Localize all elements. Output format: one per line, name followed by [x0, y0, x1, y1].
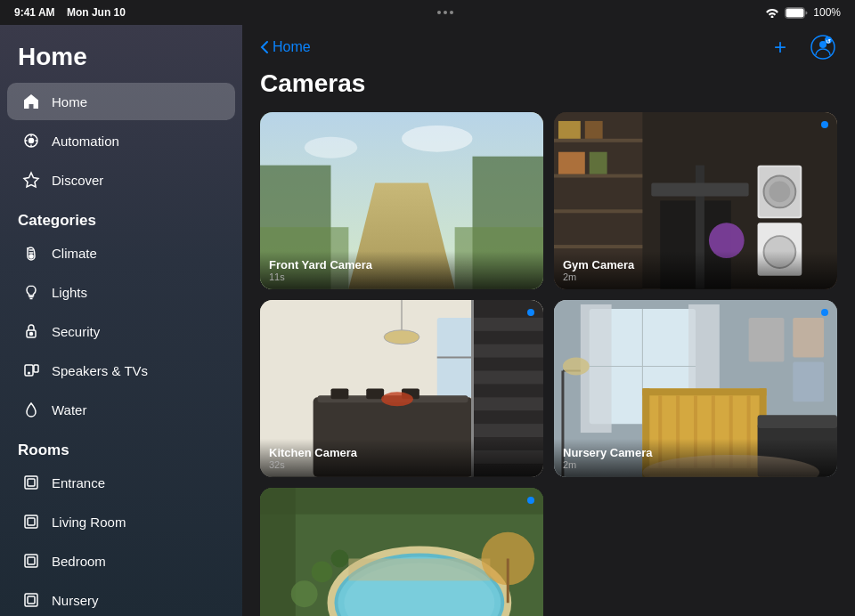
svg-rect-99 — [758, 415, 837, 428]
discover-icon — [21, 170, 41, 190]
profile-button[interactable]: ↺ — [809, 33, 837, 61]
svg-rect-115 — [348, 558, 490, 580]
status-right: 100% — [765, 6, 841, 19]
sidebar-item-label-security: Security — [52, 324, 100, 339]
sidebar: Home Home — [0, 25, 242, 616]
svg-rect-110 — [260, 488, 543, 515]
sidebar-item-label-nursery: Nursery — [52, 593, 99, 608]
svg-rect-105 — [793, 318, 824, 358]
svg-point-39 — [402, 126, 473, 152]
sidebar-item-discover[interactable]: Discover — [7, 161, 235, 199]
status-time: 9:41 AM Mon Jun 10 — [14, 6, 126, 19]
camera-overlay-kitchen: Kitchen Camera 32s — [260, 439, 543, 477]
sidebar-item-automation[interactable]: Automation — [7, 122, 235, 159]
page-title: Cameras — [260, 69, 837, 98]
speakers-icon — [21, 361, 41, 380]
time-display: 9:41 AM — [14, 6, 55, 19]
svg-rect-44 — [554, 174, 642, 178]
sidebar-item-home[interactable]: Home — [7, 83, 235, 120]
svg-rect-22 — [28, 518, 35, 525]
live-dot-gym — [821, 121, 828, 128]
svg-rect-25 — [25, 594, 37, 606]
content-scroll[interactable]: Cameras — [242, 69, 855, 616]
camera-overlay-nursery: Nursery Camera 2m — [554, 439, 837, 477]
svg-rect-17 — [34, 365, 38, 372]
svg-point-57 — [769, 182, 790, 203]
sidebar-item-living-room[interactable]: Living Room — [7, 503, 235, 540]
svg-marker-8 — [24, 173, 38, 187]
home-icon — [21, 92, 41, 111]
sidebar-item-label-discover: Discover — [52, 173, 103, 188]
main-layout: Home Home — [0, 25, 855, 616]
svg-rect-19 — [25, 476, 37, 489]
svg-rect-104 — [749, 318, 785, 362]
camera-time-kitchen: 32s — [269, 459, 534, 470]
top-nav-actions: + ↺ — [766, 33, 837, 61]
svg-rect-88 — [642, 388, 766, 395]
svg-rect-106 — [793, 361, 824, 401]
camera-card-pool[interactable]: Pool Camera — [260, 488, 543, 617]
svg-point-120 — [291, 580, 318, 607]
sidebar-item-label-home: Home — [52, 94, 87, 109]
camera-time-front-yard: 11s — [269, 272, 534, 282]
add-button[interactable]: + — [766, 33, 794, 61]
svg-rect-76 — [473, 397, 544, 410]
room-bedroom-icon — [21, 551, 41, 571]
camera-card-kitchen[interactable]: Kitchen Camera 32s — [260, 300, 543, 477]
camera-bg-pool — [260, 488, 543, 617]
sidebar-item-water[interactable]: Water — [7, 391, 235, 428]
sidebar-item-speakers[interactable]: Speakers & TVs — [7, 352, 235, 389]
automation-icon — [21, 131, 41, 150]
camera-overlay-front-yard: Front Yard Camera 11s — [260, 251, 543, 289]
rooms-label: Rooms — [0, 429, 242, 463]
svg-point-118 — [312, 561, 333, 582]
categories-label: Categories — [0, 199, 242, 233]
sidebar-item-bedroom[interactable]: Bedroom — [7, 542, 235, 580]
sidebar-item-entrance[interactable]: Entrance — [7, 464, 235, 501]
svg-point-66 — [384, 330, 419, 344]
live-dot-pool — [527, 497, 534, 504]
camera-card-gym[interactable]: Gym Camera 2m — [554, 112, 837, 289]
live-dot-kitchen — [527, 309, 534, 316]
sidebar-item-label-bedroom: Bedroom — [52, 554, 106, 569]
svg-rect-43 — [554, 139, 642, 142]
svg-point-15 — [30, 333, 33, 336]
svg-rect-75 — [473, 370, 544, 384]
sidebar-item-lights[interactable]: Lights — [7, 273, 235, 311]
battery-icon — [785, 7, 808, 19]
sidebar-item-climate[interactable]: Climate — [7, 234, 235, 272]
camera-name-kitchen: Kitchen Camera — [269, 446, 534, 459]
sidebar-item-security[interactable]: Security — [7, 312, 235, 350]
wifi-icon — [765, 7, 779, 18]
svg-rect-47 — [558, 121, 581, 139]
svg-point-18 — [28, 372, 30, 375]
svg-rect-45 — [554, 209, 642, 213]
security-icon — [21, 321, 41, 341]
svg-rect-20 — [28, 479, 35, 486]
svg-rect-49 — [558, 152, 585, 174]
battery-percent: 100% — [813, 6, 841, 19]
room-living-icon — [21, 512, 41, 531]
camera-time-gym: 2m — [563, 272, 828, 282]
svg-rect-21 — [25, 515, 37, 528]
device-frame: 9:41 AM Mon Jun 10 100% — [0, 0, 855, 616]
svg-rect-50 — [590, 152, 607, 174]
sidebar-item-label-speakers: Speakers & TVs — [52, 363, 148, 378]
camera-card-nursery[interactable]: Nursery Camera 2m — [554, 300, 837, 477]
sidebar-item-nursery[interactable]: Nursery — [7, 581, 235, 616]
svg-rect-48 — [585, 121, 603, 139]
back-button[interactable]: Home — [260, 39, 311, 55]
camera-name-gym: Gym Camera — [563, 258, 828, 272]
camera-card-front-yard[interactable]: Front Yard Camera 11s — [260, 112, 543, 289]
svg-rect-24 — [28, 557, 35, 564]
water-icon — [21, 400, 41, 419]
camera-grid: Front Yard Camera 11s — [260, 112, 837, 616]
content-area: Home + ↺ Ca — [242, 25, 855, 616]
svg-rect-53 — [651, 183, 748, 197]
lights-icon — [21, 282, 41, 302]
status-bar: 9:41 AM Mon Jun 10 100% — [0, 0, 855, 25]
sidebar-item-label-water: Water — [52, 402, 86, 417]
svg-point-119 — [331, 549, 349, 567]
svg-point-102 — [563, 357, 590, 375]
sidebar-item-label-lights: Lights — [52, 285, 87, 300]
